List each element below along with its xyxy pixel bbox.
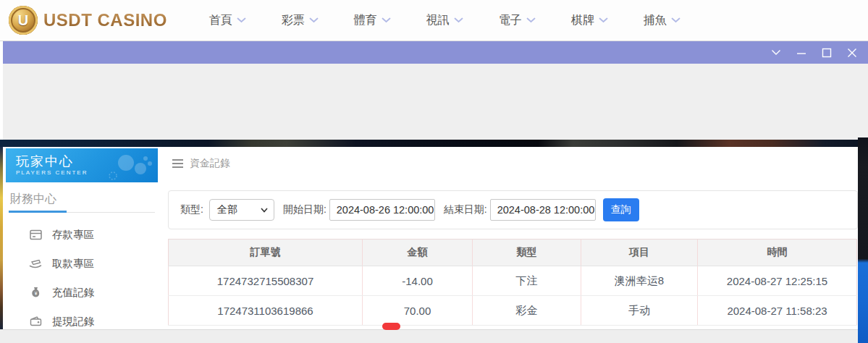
page-title: 資金記錄 — [190, 157, 230, 170]
players-center-sidebar: 玩家中心 PLAYERS CENTER 財務中心 存款專區 取款專區 — [3, 147, 158, 329]
chevron-down-icon — [671, 17, 681, 23]
cell-type: 彩金 — [473, 296, 581, 326]
sidebar-item-withdraw[interactable]: 取款專區 — [3, 249, 158, 278]
end-date-value: 2024-08-28 12:00:00 — [497, 204, 595, 216]
sidebar-item-label: 取款專區 — [52, 257, 94, 271]
nav-item-label: 電子 — [499, 13, 522, 28]
end-date-input[interactable]: 2024-08-28 12:00:00 — [490, 199, 596, 221]
start-date-input[interactable]: 2024-08-26 12:00:00 — [329, 199, 435, 221]
logo-text: USDT CASINO — [43, 10, 167, 30]
start-date-label: 開始日期: — [283, 203, 326, 216]
section-divider-accent — [9, 211, 67, 213]
nav-item-home[interactable]: 首頁 — [209, 13, 246, 28]
nav-item-fishing[interactable]: 捕魚 — [644, 13, 681, 28]
sidebar-item-recharge-records[interactable]: ¥ 充值記錄 — [3, 278, 158, 307]
window-minimize-button[interactable] — [796, 47, 807, 59]
cell-item: 手动 — [581, 296, 698, 326]
window-body-empty — [3, 64, 868, 140]
deposit-card-icon — [29, 229, 42, 240]
main-menu: 首頁 彩票 體育 視訊 電子 棋牌 捕魚 — [209, 13, 681, 28]
cell-time: 2024-08-27 12:25:15 — [698, 266, 857, 296]
sidebar-item-label: 提現記錄 — [52, 315, 94, 329]
svg-text:¥: ¥ — [34, 291, 37, 296]
players-center-subtitle: PLAYERS CENTER — [16, 169, 88, 176]
menu-hamburger-icon[interactable] — [172, 159, 183, 168]
cell-amount: -14.00 — [363, 266, 473, 296]
logo-coin-icon: U — [9, 6, 38, 35]
cell-item: 澳洲幸运8 — [581, 266, 698, 296]
chevron-down-icon — [526, 17, 536, 23]
start-date-value: 2024-08-26 12:00:00 — [337, 204, 434, 216]
sidebar-item-label: 存款專區 — [52, 228, 94, 242]
window-close-button[interactable] — [846, 47, 858, 59]
nav-item-sports[interactable]: 體育 — [354, 13, 391, 28]
nav-item-label: 體育 — [354, 13, 377, 28]
chevron-down-icon — [599, 17, 608, 23]
fund-records-table: 訂單號 金額 類型 項目 時間 1724732715508307 -14.00 … — [168, 239, 857, 326]
type-select[interactable]: 全部 — [209, 199, 274, 221]
players-center-title: 玩家中心 — [16, 153, 74, 170]
table-row: 1724732715508307 -14.00 下注 澳洲幸运8 2024-08… — [169, 266, 857, 296]
top-navigation: U USDT CASINO 首頁 彩票 體育 視訊 電子 棋牌 捕魚 — [0, 0, 868, 41]
game-controller-icon — [104, 151, 153, 180]
nav-item-label: 棋牌 — [571, 13, 594, 28]
window-dropdown-button[interactable] — [770, 47, 782, 59]
chevron-down-icon — [261, 208, 268, 213]
nav-item-label: 視訊 — [426, 13, 450, 28]
nav-item-board-games[interactable]: 棋牌 — [571, 13, 608, 28]
background-right-fragment — [858, 137, 868, 343]
table-row: 1724731103619866 70.00 彩金 手动 2024-08-27 … — [169, 296, 857, 326]
column-header-order: 訂單號 — [169, 240, 363, 266]
cell-time: 2024-08-27 11:58:23 — [698, 296, 857, 326]
bottom-bar — [0, 329, 858, 343]
breadcrumb: 資金記錄 — [172, 157, 230, 170]
column-header-type: 類型 — [473, 240, 581, 266]
filter-bar: 類型: 全部 開始日期: 2024-08-26 12:00:00 結束日期: 2… — [168, 190, 858, 229]
nav-item-label: 彩票 — [282, 13, 305, 28]
column-header-item: 項目 — [581, 240, 698, 266]
chevron-down-icon — [309, 17, 319, 23]
withdraw-hand-icon — [29, 258, 42, 268]
background-dark-strip — [0, 140, 868, 147]
site-logo[interactable]: U USDT CASINO — [9, 6, 167, 35]
players-center-banner: 玩家中心 PLAYERS CENTER — [6, 148, 158, 182]
column-header-amount: 金額 — [363, 240, 473, 266]
sidebar-item-label: 充值記錄 — [52, 286, 94, 300]
wallet-icon — [29, 316, 42, 326]
logo-coin-letter: U — [18, 12, 28, 29]
chevron-down-icon — [454, 17, 463, 23]
nav-item-slots[interactable]: 電子 — [499, 13, 536, 28]
search-button[interactable]: 查詢 — [603, 198, 639, 221]
cell-type: 下注 — [473, 266, 581, 296]
window-maximize-button[interactable] — [821, 47, 833, 59]
nav-item-live-video[interactable]: 視訊 — [426, 13, 463, 28]
cell-amount: 70.00 — [363, 296, 473, 326]
end-date-label: 結束日期: — [444, 203, 487, 216]
column-header-time: 時間 — [698, 240, 857, 266]
cell-order: 1724731103619866 — [169, 296, 363, 326]
nav-item-label: 首頁 — [209, 13, 232, 28]
sidebar-item-deposit[interactable]: 存款專區 — [3, 220, 158, 249]
chevron-down-icon — [382, 17, 391, 23]
minimize-icon — [796, 48, 806, 58]
type-select-value: 全部 — [217, 203, 237, 216]
click-indicator — [382, 323, 400, 330]
maximize-icon — [822, 48, 832, 58]
finance-center-heading: 財務中心 — [10, 192, 56, 207]
chevron-down-icon — [771, 49, 781, 56]
chevron-down-icon — [237, 17, 246, 23]
close-icon — [847, 48, 857, 58]
window-titlebar[interactable] — [3, 41, 868, 64]
table-header-row: 訂單號 金額 類型 項目 時間 — [169, 240, 857, 266]
type-label: 類型: — [180, 203, 203, 216]
nav-item-lottery[interactable]: 彩票 — [282, 13, 319, 28]
nav-item-label: 捕魚 — [644, 13, 667, 28]
moneybag-icon: ¥ — [29, 287, 42, 298]
fund-records-panel: 資金記錄 類型: 全部 開始日期: 2024-08-26 12:00:00 結束… — [158, 147, 858, 329]
cell-order: 1724732715508307 — [169, 266, 363, 296]
